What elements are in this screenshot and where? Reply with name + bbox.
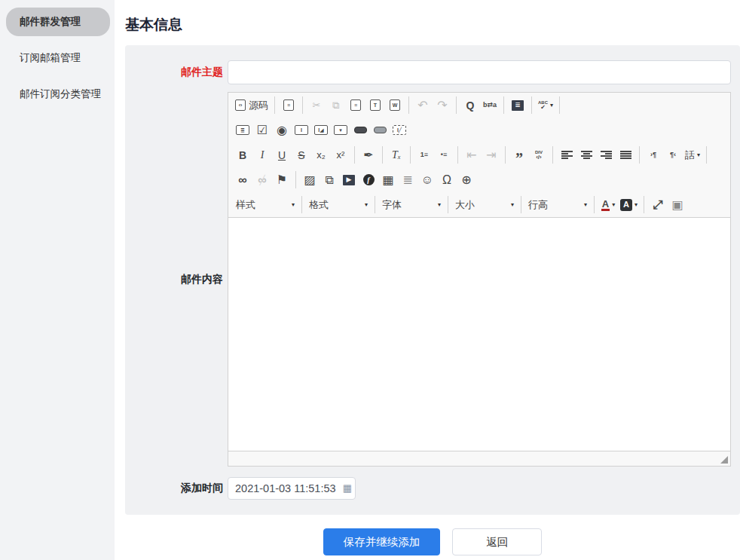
calendar-icon[interactable]: ▦ <box>343 482 352 494</box>
subject-input[interactable] <box>228 60 731 84</box>
align-center-button[interactable] <box>577 145 595 164</box>
subscript-button[interactable]: x₂ <box>312 145 330 164</box>
line-height-select[interactable]: 行高▾ <box>525 195 590 214</box>
format-select[interactable]: 格式▾ <box>306 195 371 214</box>
toolbar-separator <box>295 171 296 188</box>
strike-button[interactable]: S <box>292 145 310 164</box>
align-left-icon <box>561 151 573 159</box>
indent-icon: ⇥ <box>486 149 496 161</box>
toolbar-separator <box>274 96 275 114</box>
text-color-button[interactable]: A▾ <box>599 195 617 214</box>
source-button[interactable]: ‹›源码 <box>234 96 270 115</box>
editor-toolbar-row: ∞∞⚑▨⧉▶f▦≣☺Ω⊕ <box>228 167 730 192</box>
paste-from-word-icon: W <box>390 99 400 111</box>
paste-text-button[interactable]: T <box>366 96 384 115</box>
iframe-button[interactable]: ⊕ <box>457 170 475 189</box>
textarea-icon: I◢ <box>314 125 328 135</box>
bidi-rtl-button[interactable]: ¶‹ <box>664 145 682 164</box>
remove-format-button[interactable]: Tₓ <box>387 145 405 164</box>
save-and-continue-button[interactable]: 保存并继续添加 <box>323 528 441 555</box>
action-bar: 保存并继续添加 返回 <box>125 528 740 555</box>
styles-select[interactable]: 样式▾ <box>233 195 298 214</box>
checkbox-button[interactable]: ☑ <box>253 121 271 139</box>
size-select[interactable]: 大小▾ <box>452 195 517 214</box>
paste-icon: ≡ <box>350 99 361 111</box>
replace-icon: b⇄a <box>483 102 497 109</box>
replace-button[interactable]: b⇄a <box>481 96 499 115</box>
spellcheck-button[interactable]: ABC✔▾ <box>537 96 555 115</box>
special-char-button[interactable]: Ω <box>438 170 456 189</box>
hidden-field-button[interactable]: I╱ <box>390 121 408 139</box>
image-button-button[interactable] <box>371 121 389 139</box>
source-button-label: 源码 <box>249 99 268 112</box>
underline-button[interactable]: U <box>273 145 291 164</box>
blockquote-button[interactable]: ” <box>510 145 528 164</box>
smiley-button[interactable]: ☺ <box>418 170 436 189</box>
flash-button[interactable]: f <box>359 170 378 189</box>
language-button[interactable]: 話▾ <box>683 145 702 164</box>
image-button[interactable]: ▨ <box>301 170 319 189</box>
resize-handle[interactable] <box>720 456 728 464</box>
link-button[interactable]: ∞ <box>234 170 252 189</box>
align-left-button[interactable] <box>558 145 576 164</box>
text-field-button[interactable]: I <box>292 121 310 139</box>
image-gallery-button[interactable]: ⧉ <box>320 170 338 189</box>
sidebar-item-subscribe-category[interactable]: 邮件订阅分类管理 <box>6 80 110 109</box>
numbered-list-button[interactable]: 1≡ <box>415 145 433 164</box>
anchor-button[interactable]: ⚑ <box>273 170 291 189</box>
scissors-icon: ✂ <box>313 100 321 110</box>
brush-icon: ✒ <box>363 149 373 161</box>
font-select[interactable]: 字体▾ <box>379 195 444 214</box>
superscript-button[interactable]: x² <box>332 145 350 164</box>
main-content: 基本信息 邮件主题 邮件内容 ‹›源码≡✂⧉≡TW↶↷Qb⇄a≣ABC✔▾ ≣☑… <box>115 0 740 560</box>
superscript-icon: x² <box>337 150 345 160</box>
bulleted-list-button[interactable]: •≡ <box>435 145 453 164</box>
align-justify-button[interactable] <box>616 145 635 164</box>
new-page-button[interactable]: ≡ <box>280 96 298 115</box>
horizontal-rule-button[interactable]: ≣ <box>399 170 417 189</box>
page-title: 基本信息 <box>125 15 740 35</box>
editor-content-area[interactable] <box>228 217 730 451</box>
video-button[interactable]: ▶ <box>340 170 358 189</box>
chevron-down-icon: ▾ <box>438 201 441 208</box>
paste-word-button[interactable]: W <box>386 96 404 115</box>
chevron-down-icon: ▾ <box>584 201 587 208</box>
div-button[interactable]: DIV‹/› <box>530 145 548 164</box>
table-button[interactable]: ▦ <box>379 170 397 189</box>
paste-button[interactable]: ≡ <box>347 96 365 115</box>
find-button[interactable]: Q <box>461 96 479 115</box>
smiley-icon: ☺ <box>421 174 433 186</box>
copy-formatting-button[interactable]: ✒ <box>359 145 378 164</box>
radio-button[interactable]: ◉ <box>273 121 291 139</box>
toolbar-separator <box>408 96 409 114</box>
add-time-input[interactable] <box>228 477 356 500</box>
form-button[interactable]: ≣ <box>234 121 252 139</box>
time-label: 添加时间 <box>125 482 228 495</box>
show-blocks-button[interactable]: ▣ <box>668 195 686 214</box>
content-label: 邮件内容 <box>125 273 228 286</box>
outdent-icon: ⇤ <box>466 149 476 161</box>
toolbar-separator <box>457 146 458 164</box>
italic-button[interactable]: I <box>253 145 271 164</box>
format-select-value: 格式 <box>309 198 329 212</box>
toolbar-separator <box>531 96 532 114</box>
select-all-button[interactable]: ≣ <box>509 96 527 115</box>
time-row: 添加时间 ▦ <box>125 477 731 500</box>
bg-color-button[interactable]: A▾ <box>619 195 639 214</box>
select-field-button[interactable]: ▾ <box>332 121 350 139</box>
outdent-button: ⇤ <box>463 145 481 164</box>
bold-button[interactable]: B <box>234 145 252 164</box>
button-field-button[interactable] <box>351 121 369 139</box>
textarea-button[interactable]: I◢ <box>312 121 330 139</box>
editor-toolbar-row: 样式▾格式▾字体▾大小▾行高▾A▾A▾⤢▣ <box>228 192 730 217</box>
line-height-select-value: 行高 <box>528 198 548 212</box>
toolbar-separator <box>410 146 411 164</box>
sidebar-item-subscribe-mailbox[interactable]: 订阅邮箱管理 <box>6 44 110 72</box>
back-button[interactable]: 返回 <box>452 528 542 555</box>
sidebar-item-mail-bulk[interactable]: 邮件群发管理 <box>6 8 110 36</box>
bidi-ltr-button[interactable]: ›¶ <box>644 145 662 164</box>
maximize-button[interactable]: ⤢ <box>649 195 667 214</box>
rtl-icon: ¶‹ <box>670 151 676 158</box>
images-icon: ⧉ <box>325 174 333 186</box>
align-right-button[interactable] <box>597 145 615 164</box>
